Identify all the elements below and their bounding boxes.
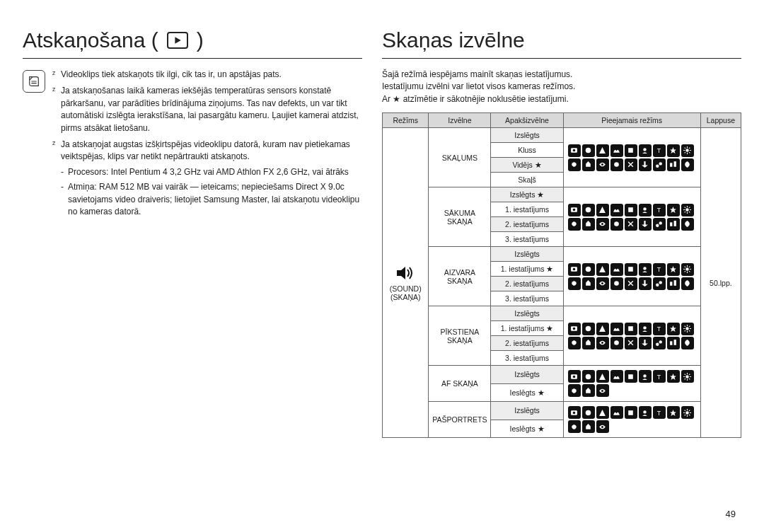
mode-icon	[625, 218, 637, 231]
svg-marker-0	[175, 37, 180, 44]
svg-point-23	[656, 224, 659, 227]
submenu-cell: 3. iestatījums	[491, 351, 563, 366]
mode-icon	[610, 370, 623, 383]
svg-text:T: T	[657, 266, 661, 273]
svg-rect-25	[670, 222, 672, 226]
left-title-a: Atskaņošana (	[23, 28, 158, 52]
mode-icon: T	[653, 370, 666, 383]
note-sublist: Procesors: Intel Pentium 4 3,2 GHz vai A…	[61, 166, 362, 219]
mode-icon	[610, 323, 623, 335]
mode-icon	[596, 406, 609, 419]
available-modes-cell: T	[563, 306, 700, 366]
mode-icon	[568, 277, 581, 290]
mode-icon	[596, 158, 609, 171]
svg-point-41	[573, 328, 576, 330]
submenu-cell: 1. iestatījums ★	[491, 262, 563, 277]
note-icon	[23, 70, 45, 93]
submenu-cell: Kluss	[491, 143, 563, 158]
mode-icon	[653, 158, 666, 171]
mode-icon: T	[653, 323, 666, 335]
svg-rect-52	[674, 340, 676, 345]
mode-icon	[582, 158, 595, 171]
svg-point-7	[685, 149, 688, 151]
submenu-cell: 1. iestatījums	[491, 202, 563, 217]
mode-icon	[681, 204, 694, 216]
note-item: Ja atskaņojat augstas izšķirtspējas vide…	[52, 139, 362, 218]
svg-rect-26	[674, 221, 676, 226]
mode-icon	[568, 218, 581, 231]
submenu-cell: Ieslēgts ★	[491, 420, 563, 438]
mode-icon	[625, 158, 637, 171]
mode-icon	[610, 406, 623, 419]
mode-icon	[610, 263, 623, 276]
svg-point-3	[586, 148, 591, 153]
svg-point-50	[659, 340, 662, 343]
svg-rect-51	[670, 341, 672, 345]
mode-icon	[667, 158, 680, 171]
mode-icon	[667, 218, 680, 231]
svg-text:T: T	[657, 373, 661, 380]
svg-point-47	[601, 342, 603, 344]
submenu-cell: 2. iestatījums	[491, 277, 563, 291]
note-item: Videoklips tiek atskaņots tik ilgi, cik …	[52, 69, 362, 81]
svg-rect-64	[628, 410, 633, 415]
th-mode: Režīms	[383, 113, 429, 128]
mode-icon	[568, 384, 581, 397]
mode-icon	[625, 144, 637, 157]
menu-cell: AF SKAŅA	[429, 366, 491, 402]
available-modes-cell: T	[563, 187, 700, 247]
svg-point-42	[586, 326, 591, 331]
svg-point-2	[573, 149, 576, 152]
mode-icon	[568, 323, 581, 335]
available-modes-cell: T	[563, 247, 700, 306]
svg-point-29	[586, 267, 591, 272]
svg-text:T: T	[657, 325, 661, 332]
mode-icon	[639, 204, 652, 216]
mode-icon	[596, 277, 609, 290]
mode-icon	[610, 204, 623, 216]
svg-point-65	[643, 410, 646, 413]
note-subitem: Atmiņa: RAM 512 MB vai vairāk — ieteicam…	[61, 181, 362, 218]
mode-icon	[653, 337, 666, 349]
mode-icon	[681, 144, 694, 157]
svg-rect-9	[614, 162, 619, 167]
sound-settings-table: Režīms Izvēlne Apakšizvēlne Pieejamais r…	[382, 112, 741, 438]
title-divider-left	[23, 58, 362, 59]
mode-icon	[568, 158, 581, 171]
mode-icon	[639, 337, 652, 349]
svg-point-46	[685, 327, 688, 330]
svg-point-63	[586, 410, 591, 415]
mode-icon: T	[653, 204, 666, 216]
svg-point-62	[573, 411, 576, 414]
svg-rect-38	[670, 282, 672, 286]
svg-point-11	[659, 162, 662, 165]
svg-text:T: T	[657, 207, 661, 214]
svg-point-54	[573, 375, 576, 378]
mode-icon	[596, 263, 609, 276]
available-modes-cell: T	[563, 128, 700, 187]
th-menu: Izvēlne	[429, 113, 491, 128]
mode-icon	[596, 144, 609, 157]
svg-point-67	[685, 411, 688, 414]
svg-point-16	[586, 207, 591, 212]
mode-icon	[568, 204, 581, 216]
mode-icon	[625, 277, 637, 290]
submenu-cell: Izslēgts	[491, 402, 563, 420]
mode-icon	[596, 204, 609, 216]
mode-icon	[681, 158, 694, 171]
mode-icon	[639, 323, 652, 335]
mode-icon	[610, 158, 623, 171]
mode-icon	[610, 337, 623, 349]
svg-rect-17	[628, 207, 633, 212]
intro-text: Šajā režīmā iespējams mainīt skaņas iest…	[382, 69, 741, 105]
speaker-icon	[395, 265, 415, 282]
mode-icon	[667, 204, 680, 216]
mode-icon	[582, 406, 595, 419]
mode-icon	[568, 337, 581, 349]
menu-cell: PAŠPORTRETS	[429, 402, 491, 438]
svg-rect-30	[628, 267, 633, 272]
svg-point-33	[685, 267, 688, 270]
mode-icon	[681, 218, 694, 231]
mode-icon	[625, 263, 637, 276]
mode-icon	[582, 263, 595, 276]
